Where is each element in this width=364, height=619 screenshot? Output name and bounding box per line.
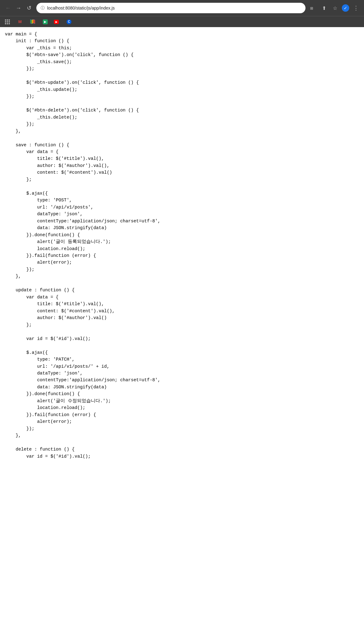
forward-button[interactable]: →: [14, 4, 23, 12]
security-icon: ⓘ: [41, 5, 45, 11]
share-button[interactable]: ⬆: [320, 4, 328, 12]
gmail-icon: M: [18, 19, 22, 24]
bookmark-button[interactable]: ☆: [331, 4, 339, 12]
translate-button[interactable]: ⊞: [309, 4, 317, 12]
bookmark-messages[interactable]: ▶: [40, 18, 50, 25]
bookmark-gmail[interactable]: M: [15, 18, 26, 25]
browser-chrome: ← → ↺ ⓘ ⊞ ⬆ ☆ ✓ ⋮: [0, 0, 364, 27]
reload-button[interactable]: ↺: [25, 4, 33, 12]
coursera-icon: C: [67, 19, 71, 24]
bookmark-apps[interactable]: [2, 18, 14, 25]
apps-icon: [5, 19, 10, 24]
browser-toolbar: ← → ↺ ⓘ ⊞ ⬆ ☆ ✓ ⋮: [0, 0, 364, 16]
svg-marker-3: [32, 19, 33, 24]
back-button[interactable]: ←: [4, 4, 12, 12]
profile-badge[interactable]: ✓: [342, 4, 349, 12]
address-bar[interactable]: ⓘ: [36, 3, 305, 13]
youtube-icon: ▶: [54, 19, 59, 24]
url-input[interactable]: [47, 6, 301, 10]
page-content: var main = { init : function () { var _t…: [0, 27, 364, 618]
bookmarks-bar: M ▶ ▶: [0, 16, 364, 27]
svg-text:⊞: ⊞: [310, 6, 313, 10]
bookmarks-more-button[interactable]: [358, 21, 362, 23]
nav-buttons: ← → ↺: [4, 4, 33, 12]
bookmark-youtube[interactable]: ▶: [51, 18, 63, 25]
code-display: var main = { init : function () { var _t…: [5, 31, 359, 460]
bookmark-coursera[interactable]: C: [64, 18, 75, 25]
svg-marker-2: [30, 19, 32, 24]
toolbar-actions: ⊞ ⬆ ☆ ✓ ⋮: [309, 4, 360, 12]
more-button[interactable]: ⋮: [352, 4, 360, 12]
maps-icon: [30, 19, 35, 24]
bookmark-maps[interactable]: [28, 18, 39, 25]
messages-icon: ▶: [43, 19, 48, 24]
svg-marker-4: [33, 19, 35, 24]
